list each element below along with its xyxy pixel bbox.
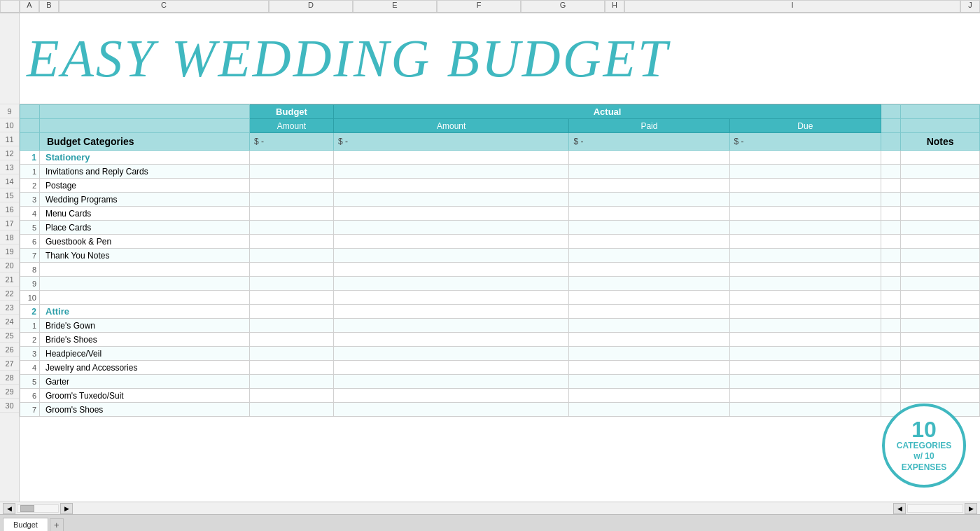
cell-E11: $ -	[334, 133, 569, 151]
cell-H9	[881, 105, 901, 119]
item-num-1-10: 10	[20, 291, 40, 305]
row-num-21: 21	[0, 273, 19, 287]
row-num-23: 23	[0, 301, 19, 315]
badge-categories: CATEGORIES	[897, 441, 951, 452]
row-num-9: 9	[0, 104, 19, 118]
col-header-E: E	[353, 0, 437, 13]
cell-D10: Amount	[250, 119, 334, 133]
item-num-2-7: 7	[20, 403, 40, 417]
col-header-D: D	[269, 0, 353, 13]
item-name-tuxedo: Groom's Tuxedo/Suit	[40, 389, 250, 403]
budget-table: Budget Actual Amount Amount Paid Due	[20, 104, 980, 417]
item-num-1-4: 4	[20, 207, 40, 221]
tab-bar: Budget +	[0, 514, 980, 531]
cell-F10: Paid	[569, 119, 729, 133]
item-name-grooms-shoes: Groom's Shoes	[40, 403, 250, 417]
item-row-25: 2 Bride's Shoes	[20, 333, 980, 347]
item-num-2-2: 2	[20, 333, 40, 347]
col-header-row	[0, 0, 20, 13]
col-header-F: F	[437, 0, 521, 13]
cat-name-attire: Attire	[40, 305, 250, 319]
item-row-19: 7 Thank You Notes	[20, 249, 980, 263]
header-row-2: Amount Amount Paid Due	[20, 119, 980, 133]
item-name-place-cards: Place Cards	[40, 221, 250, 235]
row-num-19: 19	[0, 244, 19, 258]
item-row-30: 7 Groom's Shoes	[20, 403, 980, 417]
tab-budget[interactable]: Budget	[3, 518, 48, 531]
scroll-right3-arrow[interactable]: ▶	[965, 503, 977, 514]
item-name-brides-shoes: Bride's Shoes	[40, 333, 250, 347]
row-num-10: 10	[0, 118, 19, 132]
item-row-13: 1 Invitations and Reply Cards	[20, 165, 980, 179]
item-num-2-1: 1	[20, 319, 40, 333]
header-row-3: Budget Categories $ - $ - $ - $ - Notes	[20, 133, 980, 151]
item-num-2-4: 4	[20, 361, 40, 375]
title-area: EASY WEDDING BUDGET	[20, 13, 980, 104]
col-header-J: J	[960, 0, 980, 13]
col-header-G: G	[521, 0, 605, 13]
row-num-12: 12	[0, 146, 19, 160]
item-num-1-1: 1	[20, 165, 40, 179]
item-name-brides-gown: Bride's Gown	[40, 319, 250, 333]
item-row-20: 8	[20, 263, 980, 277]
scroll-right2-arrow[interactable]: ◀	[893, 503, 906, 514]
item-row-28: 5 Garter	[20, 375, 980, 389]
scroll-thumb[interactable]	[20, 505, 34, 512]
item-num-1-3: 3	[20, 193, 40, 207]
item-num-1-2: 2	[20, 179, 40, 193]
row-num-11: 11	[0, 132, 19, 146]
col-header-B: B	[39, 0, 59, 13]
item-row-16: 4 Menu Cards	[20, 207, 980, 221]
cell-I12	[901, 151, 980, 165]
scroll-right-arrow[interactable]: ▶	[60, 503, 73, 514]
item-num-2-6: 6	[20, 389, 40, 403]
cat-num-2: 2	[20, 305, 40, 319]
item-name-garter: Garter	[40, 375, 250, 389]
scroll-track	[17, 504, 59, 513]
spreadsheet-content: EASY WEDDING BUDGET Budget Actual A	[20, 13, 980, 502]
scroll-left-arrow[interactable]: ◀	[3, 503, 15, 514]
badge-w10: w/ 10	[913, 451, 934, 462]
row-num-22: 22	[0, 287, 19, 301]
row-num-17: 17	[0, 216, 19, 230]
item-row-26: 3 Headpiece/Veil	[20, 347, 980, 361]
row-numbers: 9 10 11 12 13 14 15 16 17 18 19 20 21 22…	[0, 13, 20, 502]
row-num-20: 20	[0, 258, 19, 273]
cat-num-1: 1	[20, 151, 40, 165]
item-row-18: 6 Guestbook & Pen	[20, 235, 980, 249]
col-header-C: C	[59, 0, 269, 13]
cell-D12	[250, 151, 334, 165]
badge-number: 10	[911, 418, 937, 441]
item-num-1-7: 7	[20, 249, 40, 263]
cell-E9: Actual	[334, 105, 881, 119]
item-row-24: 1 Bride's Gown	[20, 319, 980, 333]
add-sheet-button[interactable]: +	[50, 518, 64, 531]
cat-name-stationery: Stationery	[40, 151, 250, 165]
row-num-24: 24	[0, 315, 19, 329]
item-num-2-5: 5	[20, 375, 40, 389]
item-name-postage: Postage	[40, 179, 250, 193]
cell-E12	[334, 151, 569, 165]
category-row-attire: 2 Attire	[20, 305, 980, 319]
item-name-menu-cards: Menu Cards	[40, 207, 250, 221]
cell-G10: Due	[729, 119, 881, 133]
row-num-18: 18	[0, 230, 19, 244]
scroll-track2	[907, 504, 963, 513]
row-num-29: 29	[0, 385, 19, 399]
row-num-25: 25	[0, 329, 19, 343]
cell-F11: $ -	[569, 133, 729, 151]
item-row-21: 9	[20, 277, 980, 291]
cell-H12	[881, 151, 901, 165]
item-name-guestbook: Guestbook & Pen	[40, 235, 250, 249]
item-num-1-8: 8	[20, 263, 40, 277]
item-num-2-3: 3	[20, 347, 40, 361]
item-row-14: 2 Postage	[20, 179, 980, 193]
badge-circle: 10 CATEGORIES w/ 10 EXPENSES	[882, 404, 966, 488]
cell-G12	[729, 151, 881, 165]
cell-I11: Notes	[901, 133, 980, 151]
item-name-headpiece: Headpiece/Veil	[40, 347, 250, 361]
category-row-stationery: 1 Stationery	[20, 151, 980, 165]
item-row-22: 10	[20, 291, 980, 305]
item-num-1-5: 5	[20, 221, 40, 235]
item-name-programs: Wedding Programs	[40, 193, 250, 207]
